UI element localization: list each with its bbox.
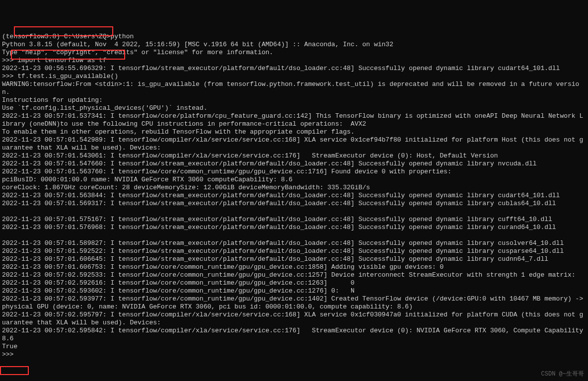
- log-line: WARNING:tensorflow:From <stdin>:1: is_gp…: [2, 80, 579, 96]
- log-line: Use `tf.config.list_physical_devices('GP…: [2, 104, 207, 112]
- shell-prompt: (tensorflow3.8) C:\Users\ZQ>python: [2, 33, 134, 40]
- log-line: 2022-11-23 00:56:55.696329: I tensorflow…: [2, 65, 560, 72]
- log-line: 2022-11-23 00:57:01.575167: I tensorflow…: [2, 216, 552, 223]
- terminal-output[interactable]: (tensorflow3.8) C:\Users\ZQ>python Pytho…: [2, 33, 586, 359]
- log-line: 2022-11-23 00:57:01.543061: I tensorflow…: [2, 152, 498, 159]
- python-banner: Python 3.8.15 (default, Nov 4 2022, 15:1…: [2, 41, 393, 48]
- log-line: pciBusID: 0000:01:00.0 name: NVIDIA GeFo…: [2, 176, 293, 183]
- log-line: 2022-11-23 00:57:02.593602: I tensorflow…: [2, 287, 355, 295]
- log-line: 2022-11-23 00:57:02.592616: I tensorflow…: [2, 279, 355, 287]
- log-line: 2022-11-23 00:57:01.542989: I tensorflow…: [2, 136, 583, 152]
- log-line: 2022-11-23 00:57:01.563760: I tensorflow…: [2, 168, 451, 175]
- log-line: 2022-11-23 00:57:01.606645: I tensorflow…: [2, 255, 548, 263]
- log-line: coreClock: 1.867GHz coreCount: 28 device…: [2, 184, 370, 191]
- log-line: 2022-11-23 00:57:01.606753: I tensorflow…: [2, 263, 443, 271]
- log-line: 2022-11-23 00:57:02.595842: I tensorflow…: [2, 327, 587, 342]
- log-line: 2022-11-23 00:57:02.593977: I tensorflow…: [2, 295, 587, 310]
- log-line: 2022-11-23 00:57:01.592522: I tensorflow…: [2, 247, 564, 255]
- python-banner: Type "help", "copyright", "credits" or "…: [2, 49, 273, 56]
- log-line: 2022-11-23 00:57:02.595797: I tensorflow…: [2, 311, 583, 326]
- log-line: 2022-11-23 00:57:01.547660: I tensorflow…: [2, 160, 537, 167]
- log-line: 2022-11-23 00:57:01.576968: I tensorflow…: [2, 224, 556, 231]
- python-command: >>> tf.test.is_gpu_available(): [2, 73, 118, 80]
- python-prompt[interactable]: >>>: [2, 351, 17, 358]
- log-line: 2022-11-23 00:57:01.569317: I tensorflow…: [2, 200, 556, 207]
- log-line: 2022-11-23 00:57:02.592533: I tensorflow…: [2, 271, 576, 279]
- log-line: 2022-11-23 00:57:01.589827: I tensorflow…: [2, 239, 564, 247]
- log-line: 2022-11-23 00:57:01.537341: I tensorflow…: [2, 112, 583, 128]
- highlight-box: [0, 366, 29, 375]
- result-true: True: [2, 343, 17, 350]
- log-line: 2022-11-23 00:57:01.563844: I tensorflow…: [2, 192, 560, 199]
- watermark-text: CSDN @~生哥哥: [541, 370, 584, 378]
- log-line: To enable them in other operations, rebu…: [2, 128, 355, 136]
- python-command: >>> import tensorflow as tf: [2, 57, 107, 64]
- log-line: Instructions for updating:: [2, 96, 103, 104]
